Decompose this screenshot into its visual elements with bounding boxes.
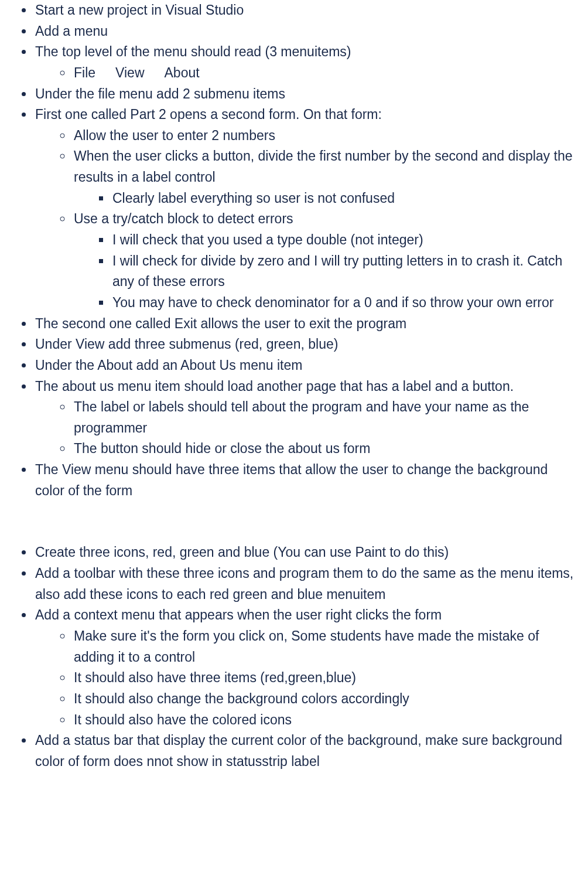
sectionA.items.4.sub-item: When the user clicks a button, divide th… [73,146,579,209]
instruction-list-a: Start a new project in Visual StudioAdd … [6,0,582,501]
item-text: It should also have the colored icons [74,712,292,727]
sectionB.items-item: Create three icons, red, green and blue … [34,542,582,563]
inline-label: About [165,63,200,84]
section-separator [6,501,582,542]
inline-label: File [74,63,95,84]
sectionA.items-item: First one called Part 2 opens a second f… [34,104,582,313]
item-text: Clearly label everything so user is not … [112,190,395,206]
item-text: It should also change the background col… [74,691,409,706]
item-text: The second one called Exit allows the us… [35,316,406,331]
sectionA.items-item: The View menu should have three items th… [34,459,582,501]
item-text: You may have to check denominator for a … [112,295,553,310]
sectionA.items.4.sub.1.sub-item: Clearly label everything so user is not … [111,188,575,209]
sectionA.items.4.sub.2.sub-item: I will check that you used a type double… [111,230,575,251]
sectionB.items-item: Add a status bar that display the curren… [34,730,582,772]
inline-label: View [115,63,144,84]
sectionB.items.2.sub-item: It should also have three items (red,gre… [73,668,579,689]
item-text: Under the About add an About Us menu ite… [35,358,302,373]
sectionA.items-item: Under View add three submenus (red, gree… [34,334,582,355]
sublist: FileViewAbout [35,63,579,84]
sectionB.items.2.sub-item: It should also have the colored icons [73,710,579,731]
sectionA.items-item: Start a new project in Visual Studio [34,0,582,21]
sectionA.items-item: The top level of the menu should read (3… [34,42,582,83]
item-text: Under the file menu add 2 submenu items [35,86,285,101]
item-text: Add a menu [35,23,108,39]
sublist: Allow the user to enter 2 numbersWhen th… [35,125,579,314]
sectionB.items.2.sub-item: Make sure it's the form you click on, So… [73,626,579,668]
sectionA.items.8.sub-item: The button should hide or close the abou… [73,438,579,459]
instruction-list-b: Create three icons, red, green and blue … [6,542,582,772]
sublist: I will check that you used a type double… [74,230,575,314]
item-text: Allow the user to enter 2 numbers [74,128,275,143]
item-text: The top level of the menu should read (3… [35,44,351,59]
sectionA.items-item: Add a menu [34,21,582,42]
sectionA.items.4.sub.2.sub-item: I will check for divide by zero and I wi… [111,251,575,292]
item-text: I will check for divide by zero and I wi… [112,253,562,290]
sectionA.items.4.sub-item: Allow the user to enter 2 numbers [73,125,579,147]
item-text: The label or labels should tell about th… [74,399,529,435]
sectionA.items-item: Under the file menu add 2 submenu items [34,84,582,105]
item-text: First one called Part 2 opens a second f… [35,107,382,122]
item-text: I will check that you used a type double… [112,232,423,247]
sectionA.items-item: The about us menu item should load anoth… [34,376,582,460]
item-text: The View menu should have three items th… [35,462,548,498]
item-text: Make sure it's the form you click on, So… [74,628,539,665]
sublist: Make sure it's the form you click on, So… [35,626,579,730]
item-text: The button should hide or close the abou… [74,441,370,456]
sectionA.items-item: The second one called Exit allows the us… [34,314,582,335]
sectionA.items.8.sub-item: The label or labels should tell about th… [73,397,579,438]
item-text: Add a context menu that appears when the… [35,607,442,622]
sectionB.items-item: Add a toolbar with these three icons and… [34,563,582,605]
sectionA.items.4.sub.2.sub-item: You may have to check denominator for a … [111,292,575,314]
item-text: Add a toolbar with these three icons and… [35,566,573,602]
sectionB.items.2.sub-item: It should also change the background col… [73,689,579,710]
item-text: When the user clicks a button, divide th… [74,148,572,185]
item-text: It should also have three items (red,gre… [74,670,356,685]
item-text: Add a status bar that display the curren… [35,733,562,769]
sublist: The label or labels should tell about th… [35,397,579,459]
item-text: Use a try/catch block to detect errors [74,211,293,226]
item-text: Start a new project in Visual Studio [35,2,244,18]
sectionB.items-item: Add a context menu that appears when the… [34,605,582,730]
sectionA.items.4.sub-item: Use a try/catch block to detect errorsI … [73,209,579,313]
item-text: Under View add three submenus (red, gree… [35,336,338,352]
sectionA.items.2.sub-item: FileViewAbout [73,63,579,84]
item-text: Create three icons, red, green and blue … [35,544,449,560]
inline-menu-labels: FileViewAbout [74,65,200,80]
sectionA.items-item: Under the About add an About Us menu ite… [34,355,582,376]
sublist: Clearly label everything so user is not … [74,188,575,209]
item-text: The about us menu item should load anoth… [35,379,514,394]
